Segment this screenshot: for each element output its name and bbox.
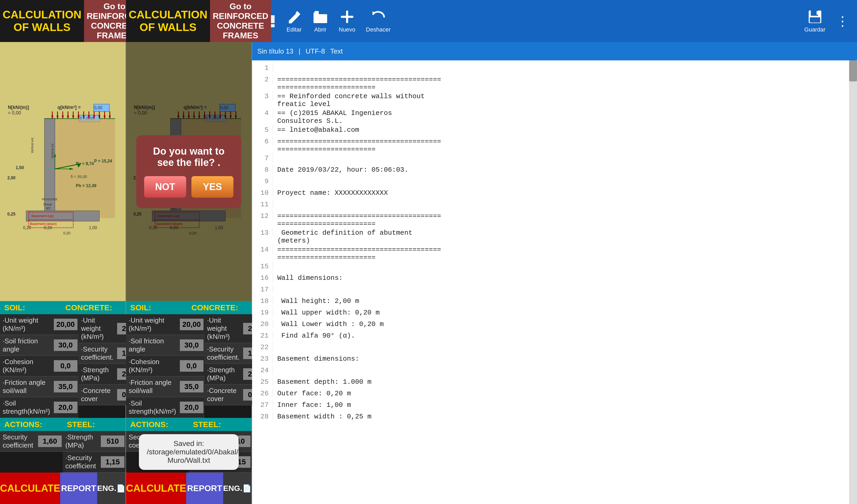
code-line-24: 24 — [252, 365, 857, 377]
code-line-6: 6 ======================================… — [252, 136, 857, 153]
panel-1-steel-row-1: ·Security coefficient 1,15 — [63, 452, 125, 472]
svg-text:δ = 35,00: δ = 35,00 — [71, 174, 87, 179]
panel-2-data-headers: SOIL: CONCRETE: — [126, 301, 252, 314]
code-line-27: 27 Inner face: 1,00 m — [252, 400, 857, 411]
svg-text:1,50: 1,50 — [16, 165, 24, 170]
code-line-26: 26 Outer face: 0,20 m — [252, 388, 857, 400]
panel-2-header: CALCULATION OF WALLS Go to REINFORCED CO… — [126, 0, 252, 42]
svg-text:Vertical Int.: Vertical Int. — [51, 143, 54, 158]
save-icon[interactable]: Guardar — [804, 9, 825, 33]
panel-2-nav-btn[interactable]: Go to REINFORCED CONCRETE FRAMES — [210, 0, 271, 42]
panel-2-report-button[interactable]: REPORT — [186, 472, 223, 504]
new-icon[interactable]: Nuevo — [339, 9, 355, 33]
open-icon[interactable]: Abrir — [313, 9, 328, 33]
edit-icon[interactable]: Editar — [286, 9, 302, 33]
code-line-11: 11 — [252, 200, 857, 211]
editor-content[interactable]: 1 2 ====================================… — [252, 61, 857, 504]
undo-icon[interactable]: Deshacer — [366, 9, 391, 33]
panel-2-soil-label: SOIL: — [130, 303, 186, 312]
code-line-25: 25 Basement depth: 1.000 m — [252, 377, 857, 388]
svg-text:= 0,00: = 0,00 — [8, 110, 21, 116]
svg-text:Basement (up): Basement (up) — [32, 214, 54, 218]
code-line-3: 3 == Reinforded concrete walls without f… — [252, 91, 857, 108]
code-line-8: 8 Date 2019/03/22, hour: 05:06:03. — [252, 165, 857, 177]
panel-1-title: CALCULATION OF WALLS — [0, 0, 84, 42]
code-line-28: 28 Basement width : 0,25 m — [252, 411, 857, 423]
code-line-22: 22 — [252, 342, 857, 354]
svg-text:Shear: Shear — [43, 202, 52, 206]
modal-not-button[interactable]: NOT — [144, 176, 186, 198]
panel-2-eng-button[interactable]: ENG. 📄 — [223, 472, 252, 504]
modal-question: Do you want to see the file? . — [144, 146, 233, 168]
panel-1-report-button[interactable]: REPORT — [60, 472, 97, 504]
modal-yes-button[interactable]: YES — [191, 176, 233, 198]
panel-1-calculate-button[interactable]: CALCULATE — [0, 472, 60, 504]
panel-1-footer: CALCULATE REPORT ENG. 📄 — [0, 472, 125, 504]
panel-1-diagram: N[kN/(m)] = 0,00 q[kN/m²] = 0,00 β = 0,0… — [0, 42, 125, 301]
panel-2-modal-overlay: Do you want to see the file? . NOT YES — [126, 42, 252, 301]
svg-text:0,25: 0,25 — [7, 212, 16, 216]
panel-1-soil-row-0: ·Unit weight (kN/m³) 20,00 — [0, 314, 79, 335]
code-line-2: 2 ======================================… — [252, 74, 857, 91]
panel-2-toast: Saved in: /storage/emulated/0/Abakal/ Mu… — [139, 434, 239, 470]
svg-text:0,20: 0,20 — [63, 231, 70, 235]
editor-toolbar: Editar Abrir Nuevo Deshacer — [252, 0, 857, 42]
panel-2-actions-label: ACTIONS: — [126, 418, 189, 431]
panel-1-soil-half: ·Unit weight (kN/m³) 20,00 ·Soil frictio… — [0, 314, 79, 418]
panel-1-soil-row-4: ·Soil strength(kN/m²) 20,0 — [0, 397, 79, 418]
svg-text:90º: 90º — [46, 206, 51, 210]
code-line-15: 15 — [252, 262, 857, 273]
panel-1-soil-row-2: ·Cohesion (KN/m²) 0,0 — [0, 356, 79, 376]
code-line-14: 14 =====================================… — [252, 245, 857, 262]
panel-2-calculate-button[interactable]: CALCULATE — [126, 472, 186, 504]
more-options-icon[interactable]: ⋮ — [836, 13, 849, 29]
panel-1-steel-row-0: ·Strength (MPa) 510 — [63, 431, 125, 452]
panel-1-soil-row-3: ·Friction angle soil/wall 35,0 — [0, 376, 79, 397]
code-line-12: 12 =====================================… — [252, 211, 857, 228]
svg-text:Basement (down): Basement (down) — [30, 222, 57, 226]
scrollbar-thumb[interactable] — [849, 61, 857, 81]
panel-2-soil-half: ·Unit weight (kN/m³) 20,00 ·Soil frictio… — [126, 314, 204, 418]
panel-1-soil-label: SOIL: — [4, 303, 60, 312]
svg-text:1,00: 1,00 — [89, 225, 97, 230]
svg-rect-33 — [52, 119, 115, 218]
panel-1-actions-steel-row: ACTIONS: Security coefficient 1,60 STEEL… — [0, 418, 125, 472]
svg-rect-135 — [817, 11, 819, 15]
panel-2-diagram: N[kN/(m)] = 0,00 q[kN/m²] = 0,00 β = 0,0… — [126, 42, 252, 301]
code-line-21: 21 Find alfa 90° (α). — [252, 331, 857, 342]
panel-2-footer: CALCULATE REPORT ENG. 📄 — [126, 472, 252, 504]
modal-box: Do you want to see the file? . NOT YES — [136, 135, 241, 208]
panel-1-steel-half: STEEL: ·Strength (MPa) 510 ·Security coe… — [63, 418, 125, 472]
editor-separator: | — [299, 47, 300, 55]
panel-2-title: CALCULATION OF WALLS — [126, 0, 210, 42]
panel-1-actions-label: ACTIONS: — [0, 418, 63, 431]
svg-rect-136 — [810, 17, 820, 22]
panel-1-eng-button[interactable]: ENG. 📄 — [97, 472, 125, 504]
panel-2-data-row-1: ·Unit weight (kN/m³) 20,00 ·Soil frictio… — [126, 314, 252, 418]
panel-1-header: CALCULATION OF WALLS Go to REINFORCED CO… — [0, 0, 125, 42]
panel-2: CALCULATION OF WALLS Go to REINFORCED CO… — [126, 0, 252, 504]
panel-1-data-headers: SOIL: CONCRETE: — [0, 301, 125, 314]
editor-tab-bar: Sin título 13 | UTF-8 Text — [252, 42, 857, 61]
panel-1-steel-label: STEEL: — [63, 418, 125, 431]
editor-tab-label[interactable]: Sin título 13 — [257, 47, 293, 55]
svg-text:2,00: 2,00 — [7, 175, 16, 180]
svg-rect-129 — [315, 11, 319, 14]
panel-2-concrete-label: CONCRETE: — [191, 303, 247, 312]
code-line-16: 16 Wall dimensions: — [252, 273, 857, 285]
svg-text:q[kN/m²] =: q[kN/m²] = — [57, 105, 81, 110]
editor-scrollbar[interactable] — [849, 61, 857, 504]
panel-1-action-row-0: Security coefficient 1,60 — [0, 431, 63, 452]
editor-type: Text — [330, 47, 343, 55]
code-line-20: 20 Wall Lower width : 0,20 m — [252, 319, 857, 331]
panel-1-actions-half: ACTIONS: Security coefficient 1,60 — [0, 418, 63, 472]
code-line-1: 1 — [252, 63, 857, 74]
code-line-18: 18 Wall height: 2,00 m — [252, 296, 857, 308]
panel-1-data-row-1: ·Unit weight (kN/m³) 20,00 ·Soil frictio… — [0, 314, 125, 418]
code-line-19: 19 Wall upper width: 0,20 m — [252, 308, 857, 319]
code-line-13: 13 Geometric definition of abutment (met… — [252, 228, 857, 245]
code-line-5: 5 == lnieto@abakal.com — [252, 125, 857, 136]
svg-text:P = 15,24: P = 15,24 — [94, 159, 112, 163]
svg-text:Ph = 12,49: Ph = 12,49 — [76, 184, 96, 188]
panel-1-data: SOIL: CONCRETE: ·Unit weight (kN/m³) 20,… — [0, 301, 125, 472]
